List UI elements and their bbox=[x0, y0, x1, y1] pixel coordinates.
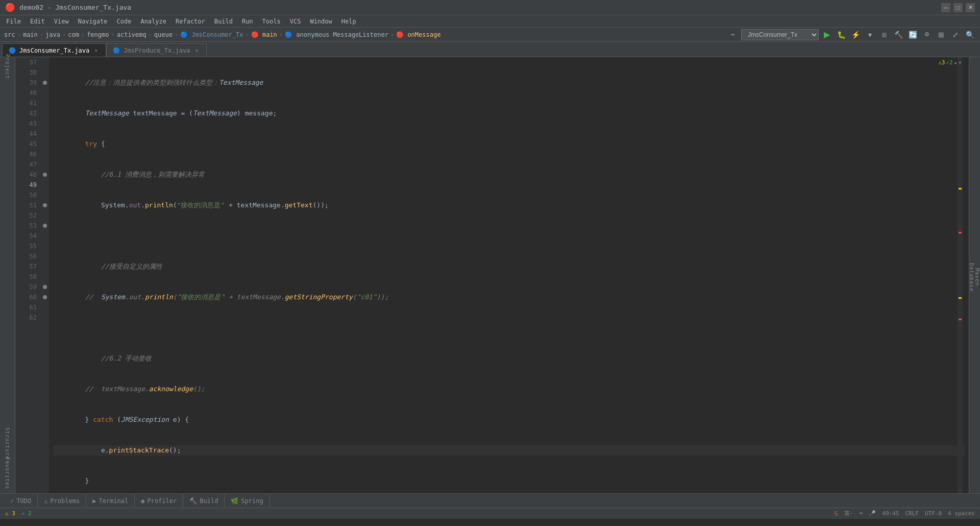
tab-bar: 🔵 JmsConsumer_Tx.java ✕ 🔵 JmsProduce_Tx.… bbox=[0, 42, 980, 57]
keyboard-icon[interactable]: ⌨ bbox=[860, 510, 863, 517]
code-gutter bbox=[41, 57, 49, 493]
dropdown-button[interactable]: ▾ bbox=[864, 29, 876, 41]
menu-refactor[interactable]: Refactor bbox=[172, 17, 209, 26]
bottom-tab-build[interactable]: 🔨 Build bbox=[183, 494, 225, 508]
favorites-icon[interactable]: Favorites bbox=[2, 468, 13, 479]
menu-navigate[interactable]: Navigate bbox=[74, 17, 112, 26]
main-area: Project Structure Favorites 37 38 39 40 … bbox=[0, 57, 980, 493]
tab-jmsconsumer[interactable]: 🔵 JmsConsumer_Tx.java ✕ bbox=[2, 43, 106, 57]
bottom-tab-spring[interactable]: 🌿 Spring bbox=[225, 494, 270, 508]
menu-view[interactable]: View bbox=[50, 17, 73, 26]
breadcrumb-bar: src › main › java › com › fengmo › activ… bbox=[0, 28, 980, 42]
tab-jmsproduce[interactable]: 🔵 JmsProduce_Tx.java ✕ bbox=[106, 43, 207, 57]
debug-button[interactable]: 🐛 bbox=[835, 29, 847, 41]
nav-java[interactable]: java bbox=[45, 31, 60, 38]
code-line-44: // System.out.println("接收的消息是" + textMes… bbox=[53, 292, 965, 302]
status-bar: ⚠ 3 ✓ 2 S 英· ⌨ 🎤 49:45 CRLF UTF-8 4 spac… bbox=[0, 508, 980, 519]
scroll-indicators: ⚠3 ✓2 ▴ ▾ bbox=[958, 57, 963, 493]
nav-queue[interactable]: queue bbox=[154, 31, 173, 38]
menu-run[interactable]: Run bbox=[238, 17, 257, 26]
line-ending[interactable]: CRLF bbox=[905, 510, 919, 517]
code-line-41: System.out.println("接收的消息是" + textMessag… bbox=[53, 200, 965, 210]
tab-icon-active: 🔵 bbox=[9, 47, 16, 54]
tab-label-active: JmsConsumer_Tx.java bbox=[19, 47, 89, 54]
timer: 49:45 bbox=[882, 510, 899, 517]
code-line-46: //6.2 手动签收 bbox=[53, 353, 965, 364]
tab-close-inactive[interactable]: ✕ bbox=[193, 47, 200, 54]
code-line-39: try { bbox=[53, 139, 965, 149]
menu-tools[interactable]: Tools bbox=[258, 17, 285, 26]
menu-build[interactable]: Build bbox=[210, 17, 237, 26]
window-controls[interactable]: ─ □ ✕ bbox=[941, 3, 975, 12]
profiler-icon: ◉ bbox=[141, 497, 144, 505]
nav-main[interactable]: main bbox=[23, 31, 38, 38]
code-line-50: } bbox=[53, 476, 965, 486]
more-button[interactable]: ⚙ bbox=[921, 29, 933, 41]
bottom-tab-problems[interactable]: ⚠ Problems bbox=[38, 494, 86, 508]
bottom-tab-todo[interactable]: ✓ TODO bbox=[4, 494, 38, 508]
layout-button[interactable]: ⊞ bbox=[935, 29, 947, 41]
left-sidebar: Project Structure Favorites bbox=[0, 57, 15, 493]
minimize-button[interactable]: ─ bbox=[941, 3, 950, 12]
database-label[interactable]: Database bbox=[969, 257, 974, 298]
structure-icon[interactable]: Structure bbox=[2, 438, 13, 449]
nav-class[interactable]: 🔵 JmsConsumer_Tx bbox=[180, 31, 243, 38]
run-button[interactable]: ▶ bbox=[821, 29, 833, 41]
tab-close-active[interactable]: ✕ bbox=[92, 47, 100, 54]
reload-button[interactable]: 🔄 bbox=[906, 29, 919, 41]
input-method[interactable]: 英· bbox=[844, 510, 853, 517]
nav-back[interactable]: ⬅ bbox=[731, 31, 735, 39]
line-numbers: 37 38 39 40 41 42 43 44 45 46 47 48 49 5… bbox=[15, 57, 41, 493]
bottom-tab-terminal[interactable]: ▶ Terminal bbox=[86, 494, 135, 508]
code-line-40: //6.1 消费消息，则需要解决异常 bbox=[53, 170, 965, 180]
build-icon: 🔨 bbox=[189, 497, 197, 505]
nav-src[interactable]: src bbox=[4, 31, 15, 38]
build-label: Build bbox=[200, 497, 218, 505]
menu-analyze[interactable]: Analyze bbox=[136, 17, 170, 26]
warning-status[interactable]: ⚠ 3 bbox=[5, 510, 15, 517]
nav-onmessage[interactable]: 🔴 onMessage bbox=[396, 31, 440, 38]
sogou-icon[interactable]: S bbox=[834, 510, 838, 517]
menu-code[interactable]: Code bbox=[113, 17, 136, 26]
maximize-button[interactable]: □ bbox=[953, 3, 963, 12]
nav-activemq[interactable]: activemq bbox=[117, 31, 146, 38]
indent[interactable]: 4 spaces bbox=[948, 510, 975, 517]
menu-bar: File Edit View Navigate Code Analyze Ref… bbox=[0, 15, 980, 28]
menu-edit[interactable]: Edit bbox=[26, 17, 49, 26]
bottom-bar: ✓ TODO ⚠ Problems ▶ Terminal ◉ Profiler … bbox=[0, 493, 980, 508]
nav-anon-listener[interactable]: 🔵 anonymous MessageListener bbox=[285, 31, 388, 38]
build-button[interactable]: 🔨 bbox=[892, 29, 904, 41]
profile-button[interactable]: ⚡ bbox=[849, 29, 862, 41]
code-line-49: e.printStackTrace(); bbox=[53, 445, 965, 456]
mic-icon[interactable]: 🎤 bbox=[869, 510, 876, 517]
ok-status[interactable]: ✓ 2 bbox=[21, 510, 32, 517]
menu-help[interactable]: Help bbox=[337, 17, 360, 26]
tab-label-inactive: JmsProduce_Tx.java bbox=[124, 47, 190, 54]
code-line-38: TextMessage textMessage = (TextMessage) … bbox=[53, 108, 965, 118]
status-bar-right: S 英· ⌨ 🎤 49:45 CRLF UTF-8 4 spaces bbox=[834, 510, 975, 517]
code-line-47: // textMessage.acknowledge(); bbox=[53, 384, 965, 394]
terminal-label: Terminal bbox=[99, 497, 128, 505]
spring-label: Spring bbox=[241, 497, 263, 505]
nav-com[interactable]: com bbox=[68, 31, 79, 38]
project-icon[interactable]: Project bbox=[2, 61, 13, 73]
nav-fengmo[interactable]: fengmo bbox=[87, 31, 109, 38]
encoding[interactable]: UTF-8 bbox=[925, 510, 942, 517]
run-config-selector[interactable]: JmsConsumer_Tx bbox=[741, 29, 819, 40]
code-line-48: } catch (JMSException e) { bbox=[53, 415, 965, 425]
menu-vcs[interactable]: VCS bbox=[286, 17, 305, 26]
nav-main-method[interactable]: 🔴 main bbox=[251, 31, 277, 38]
bottom-tab-profiler[interactable]: ◉ Profiler bbox=[135, 494, 183, 508]
menu-window[interactable]: Window bbox=[306, 17, 336, 26]
menu-file[interactable]: File bbox=[2, 17, 25, 26]
code-editor[interactable]: 37 38 39 40 41 42 43 44 45 46 47 48 49 5… bbox=[15, 57, 969, 493]
search-button[interactable]: 🔍 bbox=[964, 29, 976, 41]
expand-button[interactable]: ⤢ bbox=[949, 29, 962, 41]
spring-icon: 🌿 bbox=[231, 497, 238, 505]
code-line-45 bbox=[53, 323, 965, 333]
todo-label: TODO bbox=[16, 497, 31, 505]
maven-label[interactable]: Maven bbox=[974, 262, 980, 292]
close-button[interactable]: ✕ bbox=[966, 3, 975, 12]
code-content[interactable]: //注意：消息提供者的类型则强转什么类型：TextMessage TextMes… bbox=[49, 57, 969, 493]
stop-button[interactable]: ⏹ bbox=[878, 29, 890, 41]
